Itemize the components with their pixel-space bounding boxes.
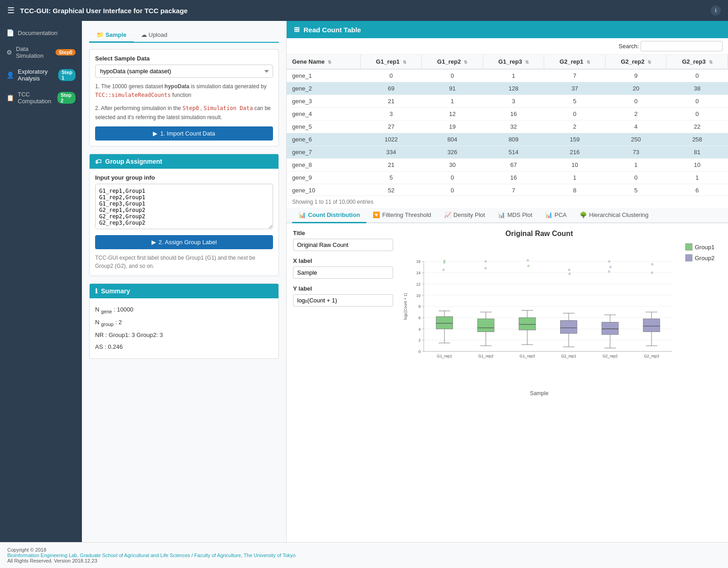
tab-pca[interactable]: 📊 PCA — [539, 208, 573, 223]
count-cell: 37 — [544, 82, 606, 95]
tcc-icon: 📋 — [6, 94, 14, 101]
tab-upload[interactable]: ☁ Upload — [134, 28, 175, 43]
summary-section: ℹ Summary N gene : 10000 N group : 2 NR … — [89, 283, 279, 359]
step0-badge: Step0 — [56, 49, 76, 55]
svg-text:G1_rep3: G1_rep3 — [520, 354, 535, 358]
gene-name-cell: gene_6 — [287, 133, 360, 146]
table-row: gene_431216020 — [287, 108, 728, 121]
table-row: gene_32113500 — [287, 95, 728, 108]
tab-sample[interactable]: 📁 Sample — [89, 28, 134, 43]
chart-title-input[interactable] — [293, 239, 393, 251]
sidebar-item-tcc[interactable]: 📋 TCC Computation Step 2 — [0, 86, 82, 109]
count-cell: 1 — [667, 171, 728, 184]
analysis-tabs: 📊 Count Distribution 🔽 Filtering Thresho… — [287, 208, 728, 223]
count-cell: 10 — [544, 159, 606, 171]
count-cell: 1 — [544, 171, 606, 184]
assign-btn-label: 2. Assign Group Label — [159, 239, 217, 246]
group-assignment-section: 🏷 Group Assignment Input your group info… — [89, 154, 279, 276]
info-icon[interactable]: i — [711, 5, 721, 15]
count-cell: 0 — [360, 69, 422, 82]
sample-select[interactable]: hypoData (sample dataset) Simulation Dat… — [95, 65, 273, 78]
svg-point-35 — [443, 269, 444, 271]
tab-mds-plot[interactable]: 📊 MDS Plot — [491, 208, 539, 223]
tab-count-distribution[interactable]: 📊 Count Distribution — [292, 208, 366, 223]
count-cell: 0 — [667, 69, 728, 82]
group-assignment-header: 🏷 Group Assignment — [90, 154, 278, 169]
count-cell: 334 — [360, 146, 422, 159]
count-cell: 0 — [422, 184, 483, 196]
menu-icon[interactable]: ☰ — [7, 5, 15, 15]
count-cell: 0 — [605, 171, 667, 184]
xlabel-control: X label — [293, 257, 393, 279]
tab-hierarchical-clustering[interactable]: 🌳 Hierarchical Clustering — [573, 208, 655, 223]
legend-group1: Group1 — [685, 243, 722, 251]
svg-text:14: 14 — [416, 271, 421, 275]
chart-xlabel-input[interactable] — [293, 266, 393, 279]
count-cell: 216 — [544, 146, 606, 159]
table-row: gene_73343265142167381 — [287, 146, 728, 159]
count-cell: 326 — [422, 146, 483, 159]
count-cell: 159 — [544, 133, 606, 146]
bottom-section: 📊 Count Distribution 🔽 Filtering Thresho… — [287, 208, 728, 542]
sim-icon: ⚙ — [6, 49, 12, 56]
col-g1rep2[interactable]: G1_rep2 ⇅ — [422, 55, 483, 69]
group-hint: TCC-GUI expect first label should be Gro… — [95, 254, 273, 270]
legend-group1-label: Group1 — [695, 244, 714, 251]
col-g1rep3[interactable]: G1_rep3 ⇅ — [483, 55, 544, 69]
sidebar-item-documentation[interactable]: 📄 Documentation — [0, 25, 82, 41]
col-g1rep1[interactable]: G1_rep1 ⇅ — [360, 55, 422, 69]
n-group-row: N group : 2 — [95, 317, 273, 329]
left-panel: 📁 Sample ☁ Upload Select Sample Data hyp… — [82, 21, 287, 542]
sidebar-item-data-simulation[interactable]: ⚙ Data Simulation Step0 — [0, 41, 82, 64]
col-g2rep2[interactable]: G2_rep2 ⇅ — [605, 55, 667, 69]
svg-point-36 — [444, 262, 445, 263]
table-row: gene_61022804809159250258 — [287, 133, 728, 146]
tab-filtering-threshold[interactable]: 🔽 Filtering Threshold — [366, 208, 437, 223]
col-g2rep1[interactable]: G2_rep1 ⇅ — [544, 55, 606, 69]
summary-header: ℹ Summary — [90, 284, 278, 298]
table-row: gene_1001790 — [287, 69, 728, 82]
n-gene-row: N gene : 10000 — [95, 304, 273, 317]
count-cell: 0 — [667, 108, 728, 121]
gene-name-cell: gene_5 — [287, 121, 360, 133]
import-count-btn[interactable]: ▶ 1. Import Count Data — [95, 126, 273, 141]
assign-group-btn[interactable]: ▶ 2. Assign Group Label — [95, 235, 273, 249]
table-footer: Showing 1 to 11 of 10,000 entries — [287, 196, 728, 208]
step1-badge: Step 1 — [58, 69, 76, 81]
sidebar-label-tcc: TCC Computation — [18, 91, 55, 105]
chart-ylabel-input[interactable] — [293, 294, 393, 307]
count-cell: 2 — [544, 121, 606, 133]
svg-rect-66 — [602, 322, 618, 334]
count-cell: 1 — [483, 69, 544, 82]
count-cell: 38 — [667, 82, 728, 95]
footer-link[interactable]: Bioinformation Engineering Lab, Graduate… — [7, 553, 296, 558]
count-cell: 1022 — [360, 133, 422, 146]
legend-group2: Group2 — [685, 254, 722, 261]
table-row: gene_52719322422 — [287, 121, 728, 133]
group-info-textarea[interactable]: G1_rep1,Group1 G1_rep2,Group1 G1_rep3,Gr… — [95, 184, 273, 229]
tab-density-plot[interactable]: 📈 Density Plot — [438, 208, 491, 223]
import-count-section: Select Sample Data hypoData (sample data… — [89, 49, 279, 146]
sidebar: 📄 Documentation ⚙ Data Simulation Step0 … — [0, 21, 82, 542]
table-body: gene_1001790gene_26991128372038gene_3211… — [287, 69, 728, 196]
sidebar-item-exploratory[interactable]: 👤 Exploratory Analysis Step 1 — [0, 64, 82, 86]
count-cell: 4 — [605, 121, 667, 133]
svg-text:G2_rep3: G2_rep3 — [644, 354, 659, 358]
col-gene-name[interactable]: Gene Name ⇅ — [287, 55, 360, 69]
count-cell: 16 — [483, 171, 544, 184]
chart-controls: Title X label Y label — [293, 230, 393, 536]
col-g2rep3[interactable]: G2_rep3 ⇅ — [667, 55, 728, 69]
as-row: AS : 0.246 — [95, 341, 273, 353]
count-cell: 69 — [360, 82, 422, 95]
left-panel-tabs: 📁 Sample ☁ Upload — [89, 28, 279, 43]
title-control-label: Title — [293, 230, 393, 236]
svg-text:G1_rep1: G1_rep1 — [437, 354, 452, 358]
gene-name-cell: gene_8 — [287, 159, 360, 171]
table-search-input[interactable] — [641, 41, 723, 51]
count-cell: 16 — [483, 108, 544, 121]
count-cell: 73 — [605, 146, 667, 159]
copyright: Copyright © 2018 — [7, 547, 721, 553]
svg-text:0: 0 — [419, 349, 421, 354]
count-cell: 1 — [605, 159, 667, 171]
info-text-2: 2. After performing simulation in the St… — [95, 104, 273, 121]
